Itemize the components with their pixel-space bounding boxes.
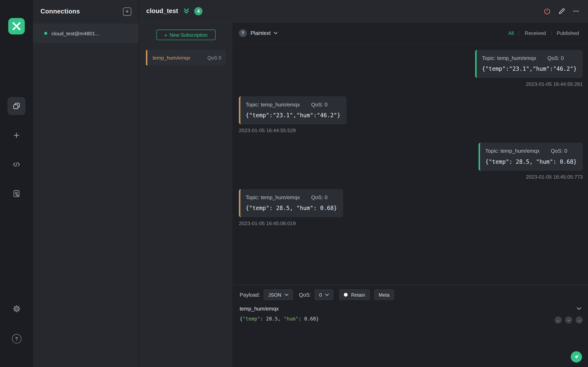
qos-select[interactable]: 0 [315, 290, 333, 300]
nav-script-button[interactable] [8, 155, 26, 173]
pencil-icon [558, 7, 566, 15]
retain-toggle[interactable]: Retain [339, 290, 370, 300]
message-payload: {"temp": 28.5, "hum": 0.68} [246, 205, 337, 212]
message-card[interactable]: Topic: temp_hum/emqx QoS: 0 {"temp":"23.… [475, 50, 583, 78]
new-subscription-label: New Subscription [170, 32, 208, 38]
connection-name: cloud_test@m4801... [52, 31, 99, 36]
power-icon [543, 7, 551, 15]
chevron-down-icon [325, 293, 329, 296]
payload-format-value: JSON [268, 292, 281, 298]
nav-connections-button[interactable] [8, 97, 26, 115]
code-icon [12, 160, 21, 168]
nav-new-connection-button[interactable]: + [8, 126, 26, 144]
plus-icon: + [125, 8, 129, 15]
double-chevron-down-icon [183, 8, 190, 14]
message-qos: QoS: 0 [551, 148, 567, 154]
plus-icon: + [164, 32, 167, 38]
chevron-down-icon [274, 32, 277, 34]
qos-label: QoS: [299, 292, 311, 298]
rail-nav: + [8, 97, 26, 203]
editor-json-key: "hum" [284, 316, 298, 322]
expand-editor-chevron-icon[interactable] [577, 307, 581, 310]
meta-button[interactable]: Meta [374, 290, 394, 300]
send-message-button[interactable] [571, 351, 582, 363]
topic-input[interactable]: temp_hum/emqx [240, 306, 279, 312]
retain-label: Retain [351, 292, 365, 298]
message-payload: {"temp":"23.1","hum":"46.2"} [482, 66, 577, 72]
connections-list: cloud_test@m4801... [33, 24, 139, 43]
connections-title: Connections [40, 8, 80, 16]
message-group-received: Topic: temp_hum/emqx QoS: 0 {"temp":"23.… [239, 96, 583, 133]
message-timestamp: 2023-01-05 16:44:55:281 [526, 81, 583, 87]
pager-back-button[interactable]: ← [555, 317, 562, 324]
pager-collapse-button[interactable]: − [565, 317, 572, 324]
publish-panel: Payload: JSON QoS: 0 [233, 285, 588, 367]
message-timestamp: 2023-01-05 16:44:55:529 [239, 128, 296, 133]
subscription-item[interactable]: temp_hum/emqx QoS 0 [146, 50, 226, 66]
chevron-down-icon [285, 293, 288, 296]
mqttx-logo-mark [12, 21, 21, 31]
message-meta: Topic: temp_hum/emqx QoS: 0 [482, 55, 577, 61]
ellipsis-icon: ••• [573, 9, 579, 13]
filter-published[interactable]: Published [552, 30, 584, 36]
message-topic: Topic: temp_hum/emqx [246, 101, 300, 108]
message-meta: Topic: temp_hum/emqx QoS: 0 [246, 101, 340, 108]
message-topic: Topic: temp_hum/emqx [246, 194, 300, 200]
filter-all[interactable]: All [503, 30, 519, 36]
message-filters: All Received Published [503, 30, 584, 36]
help-button[interactable]: ? [8, 329, 26, 347]
editor-token: { [240, 316, 242, 322]
message-group-received: Topic: temp_hum/emqx QoS: 0 {"temp": 28.… [239, 189, 583, 226]
message-group-published: Topic: temp_hum/emqx QoS: 0 {"temp":"23.… [239, 50, 583, 87]
connection-list-item[interactable]: cloud_test@m4801... [33, 24, 139, 43]
connections-panel: Connections + cloud_test@m4801... [33, 0, 139, 367]
payload-label: Payload: [240, 292, 260, 298]
message-card[interactable]: Topic: temp_hum/emqx QoS: 0 {"temp": 28.… [479, 143, 583, 171]
message-format-select[interactable]: Plaintext [251, 30, 277, 36]
payload-editor[interactable]: {"temp": 28.5, "hum": 0.68} [240, 316, 581, 322]
message-timestamp: 2023-01-05 16:45:05:773 [526, 174, 583, 180]
disconnect-button[interactable] [543, 7, 552, 16]
collapse-subscriptions-button[interactable] [183, 8, 190, 14]
payload-format-help-button[interactable]: ? [239, 29, 247, 37]
help-icon: ? [12, 334, 21, 343]
publish-options-row: Payload: JSON QoS: 0 [240, 290, 581, 300]
connections-header: Connections + [33, 0, 139, 16]
mqttx-logo [8, 18, 25, 34]
plus-icon: + [13, 130, 19, 140]
log-icon [12, 189, 21, 198]
payload-format-select[interactable]: JSON [264, 290, 293, 300]
message-card[interactable]: Topic: temp_hum/emqx QoS: 0 {"temp": 28.… [239, 189, 343, 217]
message-list[interactable]: Topic: temp_hum/emqx QoS: 0 {"temp":"23.… [233, 44, 588, 285]
meta-label: Meta [379, 292, 389, 298]
more-options-button[interactable]: ••• [572, 7, 581, 16]
main-area: cloud_test 4 [139, 0, 588, 367]
pager-forward-button[interactable]: → [576, 317, 583, 324]
main-body: + New Subscription temp_hum/emqx QoS 0 ?… [139, 22, 588, 367]
settings-button[interactable] [8, 300, 26, 317]
filter-received[interactable]: Received [520, 30, 551, 36]
gear-icon [12, 304, 21, 313]
question-icon: ? [242, 30, 244, 36]
add-connection-button[interactable]: + [123, 8, 131, 16]
subscription-qos: QoS 0 [208, 55, 221, 60]
new-subscription-button[interactable]: + New Subscription [156, 30, 215, 40]
publish-topic-row: temp_hum/emqx [240, 306, 581, 312]
header-actions: ••• [543, 7, 581, 16]
message-qos: QoS: 0 [311, 101, 328, 108]
left-arrow-icon: ← [556, 318, 560, 322]
app-rail: + [0, 0, 33, 367]
format-value: Plaintext [251, 30, 271, 36]
paper-plane-icon [573, 354, 579, 360]
message-card[interactable]: Topic: temp_hum/emqx QoS: 0 {"temp":"23.… [239, 96, 346, 124]
subscriptions-column: + New Subscription temp_hum/emqx QoS 0 [139, 22, 233, 367]
qos-value: 0 [319, 292, 322, 298]
nav-log-button[interactable] [8, 185, 26, 203]
subscription-topic: temp_hum/emqx [153, 55, 205, 60]
edit-connection-button[interactable] [557, 7, 566, 16]
subscription-count-badge: 4 [194, 7, 202, 15]
message-topic: Topic: temp_hum/emqx [485, 148, 540, 154]
message-payload: {"temp":"23.1","hum":"46.2"} [246, 112, 340, 119]
connected-status-dot [44, 32, 47, 35]
connection-title: cloud_test [146, 7, 178, 15]
